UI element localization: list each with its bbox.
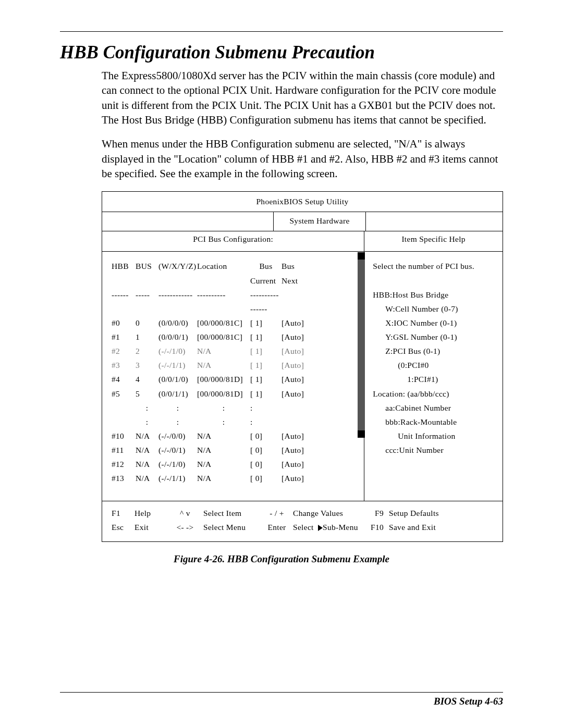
scrollbar[interactable] <box>358 252 365 438</box>
bios-col-header-1: HBB BUS (W/X/Y/Z) Location Bus Bus <box>112 259 361 273</box>
page-number: BIOS Setup 4-63 <box>60 696 503 707</box>
bios-row[interactable]: #10N/A(-/-/0/0)N/A[ 0][Auto] <box>112 429 361 443</box>
bios-help-text: Select the number of PCI bus. HBB:Host B… <box>373 259 496 457</box>
scroll-down-icon[interactable] <box>358 430 365 438</box>
bios-ellipsis: :::: <box>112 401 361 415</box>
figure-caption: Figure 4-26. HBB Configuration Submenu E… <box>60 553 503 565</box>
triangle-right-icon <box>318 525 323 531</box>
bios-row[interactable]: #11(0/0/0/1)[00/000/81C][ 1][Auto] <box>112 330 361 344</box>
bios-row[interactable]: #00(0/0/0/0)[00/000/81C][ 1][Auto] <box>112 316 361 330</box>
page-title: HBB Configuration Submenu Precaution <box>60 42 503 63</box>
bios-left-title: PCI Bus Configuration: <box>102 231 364 252</box>
bios-row[interactable]: #13N/A(-/-/1/1)N/A[ 0][Auto] <box>112 471 361 485</box>
bios-row[interactable]: #12N/A(-/-/1/0)N/A[ 0][Auto] <box>112 457 361 471</box>
bios-row[interactable]: #44(0/0/1/0)[00/000/81D][ 1][Auto] <box>112 372 361 386</box>
bios-col-header-2: Current Next <box>112 274 361 288</box>
bios-tab: System Hardware <box>274 212 366 231</box>
bios-row[interactable]: #11N/A(-/-/0/1)N/A[ 0][Auto] <box>112 443 361 457</box>
bios-header: PhoenixBIOS Setup Utility <box>102 192 503 212</box>
bios-row[interactable]: #33(-/-/1/1)N/A[ 1][Auto] <box>112 358 361 372</box>
scroll-up-icon[interactable] <box>358 252 365 260</box>
bios-screenshot: PhoenixBIOS Setup Utility System Hardwar… <box>102 191 503 542</box>
paragraph-2: When menus under the HBB Configuration s… <box>60 137 503 181</box>
bios-row[interactable]: #22(-/-/1/0)N/A[ 1][Auto] <box>112 344 361 358</box>
bios-footer: F1 Help ^ v Select Item - / + Change Val… <box>102 501 503 541</box>
bios-help-title: Item Specific Help <box>364 231 503 252</box>
paragraph-1: The Express5800/1080Xd server has the PC… <box>60 68 503 127</box>
bios-row[interactable]: #55(0/0/1/1)[00/000/81D][ 1][Auto] <box>112 387 361 401</box>
bios-divider: ----------------------------------------… <box>112 288 361 316</box>
bios-ellipsis: :::: <box>112 415 361 429</box>
